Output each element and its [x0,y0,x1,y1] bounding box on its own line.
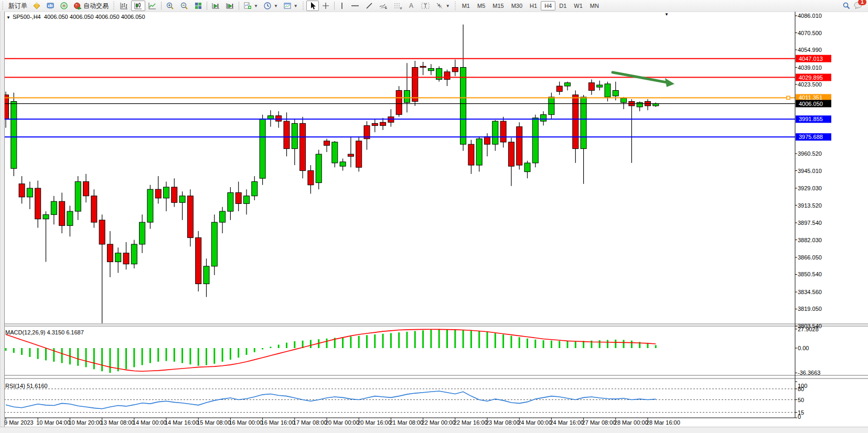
chart-ohlc-values: 4006.050 4006.050 4006.050 4006.050 [44,14,145,20]
timeframe-w1[interactable]: W1 [570,1,586,10]
signal-button[interactable] [57,1,71,11]
candle-body [621,98,627,102]
tile-windows-icon [194,2,202,10]
price-axis-label: 3850.540 [798,271,822,277]
horizontal-line-tool[interactable] [348,1,362,11]
candlestick-chart-button[interactable] [131,1,145,11]
search-button[interactable] [840,1,853,11]
periods-button[interactable]: ▼ [261,1,281,11]
line-chart-icon [148,2,157,10]
timeframe-mn[interactable]: MN [586,1,603,10]
timeframe-m1[interactable]: M1 [458,1,474,10]
market-watch-button[interactable] [44,1,57,11]
toolbar-grip[interactable] [302,2,305,10]
zoom-out-button[interactable] [177,1,191,11]
collapse-triangle-icon[interactable]: ▼ [6,15,10,20]
price-axis-label: 3882.030 [798,237,822,243]
diamond-icon [33,2,41,10]
clock-icon [263,2,272,10]
candle [187,189,193,246]
candle [260,115,265,185]
zoom-in-button[interactable] [163,1,177,11]
templates-button[interactable]: ▼ [281,1,301,11]
candle-body [260,119,265,178]
candle-body [155,189,161,198]
text-label-tool[interactable]: T [418,1,433,11]
timeframe-m5[interactable]: M5 [474,1,489,10]
window-splitter[interactable] [0,12,5,427]
candle-body [35,188,41,219]
chevron-down-icon: ▼ [294,4,298,8]
fibonacci-tool[interactable]: F [391,1,405,11]
candle [211,214,217,275]
candle-body [91,196,97,222]
toolbar-grip[interactable] [454,2,457,10]
candle-body [508,142,514,166]
new-order-button[interactable]: 新订单 [6,1,30,11]
timeframe-m15[interactable]: M15 [489,1,507,10]
price-axis-label: 4086.010 [798,13,822,19]
rsi-axis-label: 0 [798,414,801,420]
candle-body [597,85,603,87]
chart-canvas[interactable]: 4086.0104070.5004054.9904039.0104023.500… [0,12,868,433]
text-tool[interactable]: A [405,1,418,11]
notifications-button[interactable]: 1 [853,1,863,11]
arrows-tool[interactable]: ▼ [433,1,453,11]
candle-body [252,181,258,196]
market-watch-icon [46,2,55,10]
trendline-tool[interactable] [362,1,376,11]
chart-symbol-period: SP500-,H4 [13,14,41,20]
time-axis-label: 9 Mar 2023 [4,419,34,426]
candle-body [115,253,121,262]
toolbar-grip[interactable] [2,2,4,10]
candle-body [147,189,153,222]
time-axis-label: 16 Mar 00:00 [229,419,263,426]
timeframe-h4[interactable]: H4 [541,1,555,10]
candle [436,66,442,81]
candle [11,93,17,176]
main-toolbar: 新订单 自动交易 ▼ ▼ [0,0,868,12]
vertical-line-tool[interactable] [336,1,348,11]
scale-corner-triangle[interactable]: ▼ [665,12,669,17]
order-diamond-icon[interactable] [30,1,44,11]
chevron-down-icon: ▼ [254,4,258,8]
candle-body [187,196,193,238]
equidistant-channel-tool[interactable]: E [376,1,391,11]
price-axis-label: 3819.050 [798,306,822,312]
candle [300,117,306,178]
svg-text:F: F [400,7,402,10]
candle-body [19,184,25,197]
line-chart-button[interactable] [145,1,159,11]
time-axis-label: 14 Mar 00:00 [133,419,167,426]
timeframe-d1[interactable]: D1 [555,1,570,10]
candle-body [228,192,233,211]
auto-scroll-button[interactable] [209,1,223,11]
candle-body [179,196,185,203]
toolbar-grip[interactable] [113,2,115,10]
ohlc-bars-icon [120,2,128,10]
chart-shift-button[interactable] [223,1,237,11]
auto-trading-icon [73,2,82,10]
cursor-tool-button[interactable] [306,1,319,11]
candle-body [11,101,17,168]
candle-body [356,141,362,167]
tile-windows-button[interactable] [191,1,205,11]
candle-body [211,222,217,266]
candle-body [460,68,466,145]
timeframe-h1[interactable]: H1 [526,1,541,10]
time-axis-label: 27 Mar 08:00 [582,419,616,426]
timeframe-m30[interactable]: M30 [508,1,526,10]
chart-window[interactable]: 4086.0104070.5004054.9904039.0104023.500… [0,12,868,433]
template-icon [283,2,292,10]
indicators-button[interactable]: ▼ [241,1,261,11]
time-axis-label: 22 Mar 16:00 [454,419,488,426]
bar-chart-button[interactable] [117,1,131,11]
chart-title-bar[interactable]: ▼SP500-,H4 4006.050 4006.050 4006.050 40… [6,14,145,20]
auto-trading-button[interactable]: 自动交易 [71,1,111,11]
level-handle[interactable] [787,96,790,99]
zoom-in-icon [166,2,175,10]
candle-body [476,139,482,165]
candle-body [300,123,306,170]
crosshair-tool-button[interactable] [319,1,333,11]
status-strip [0,427,868,433]
